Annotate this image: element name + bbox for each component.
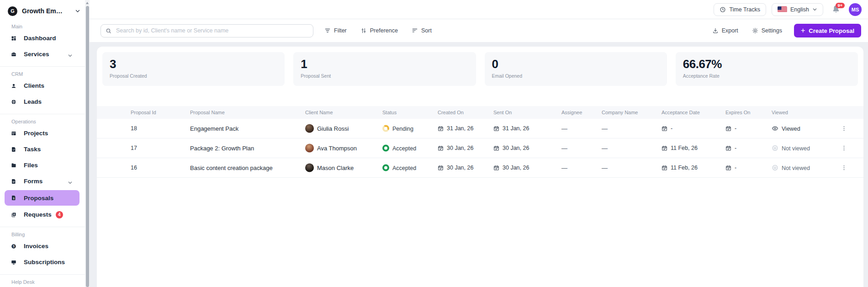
- client-avatar: [305, 144, 314, 153]
- user-avatar[interactable]: MS: [849, 3, 862, 16]
- cell-sent-on: 31 Jan, 26: [493, 125, 529, 132]
- status-accepted-icon: [382, 165, 389, 171]
- proposals-icon: $: [11, 195, 16, 201]
- row-menu-button[interactable]: [841, 165, 847, 171]
- calendar-icon: [725, 126, 731, 132]
- column-header-expires: Expires On: [725, 110, 750, 115]
- sidebar-item-subscriptions[interactable]: Subscriptions: [0, 254, 85, 270]
- sidebar-item-requests[interactable]: Requests4: [0, 207, 85, 223]
- create-proposal-button[interactable]: + Create Proposal: [794, 24, 861, 37]
- sidebar-item-label: Projects: [24, 130, 48, 137]
- stat-value: 1: [301, 58, 468, 71]
- calendar-icon: [438, 165, 444, 171]
- cell-proposal-id: 16: [131, 165, 137, 171]
- column-header-client: Client Name: [305, 110, 333, 115]
- table-row[interactable]: 16Basic content creation packageMason Cl…: [97, 158, 863, 178]
- cell-sent-on: 30 Jan, 26: [493, 145, 529, 151]
- settings-label: Settings: [762, 27, 782, 34]
- language-selector[interactable]: English: [772, 3, 823, 16]
- sidebar-item-proposals[interactable]: $Proposals: [5, 190, 79, 206]
- calendar-icon: [438, 126, 444, 132]
- stats-row: 3 Proposal Created 1 Proposal Sent 0 Ema…: [97, 47, 863, 86]
- sort-button[interactable]: Sort: [412, 27, 432, 34]
- settings-button[interactable]: Settings: [752, 27, 782, 34]
- bell-icon: [831, 7, 841, 15]
- scroll-up-arrow-icon[interactable]: [86, 2, 89, 4]
- sidebar-item-dashboard[interactable]: Dashboard: [0, 30, 85, 46]
- sidebar-item-label: Requests: [24, 211, 52, 218]
- create-proposal-label: Create Proposal: [809, 27, 854, 34]
- workspace-switcher[interactable]: G Growth Empi...: [0, 3, 85, 19]
- app-name: Growth Empi...: [22, 7, 66, 15]
- stat-card-email-opened: 0 Email Opened: [485, 52, 667, 86]
- column-header-id: Proposal Id: [131, 110, 156, 115]
- sidebar-item-invoices[interactable]: $Invoices: [0, 238, 85, 254]
- cell-viewed: Not viewed: [772, 165, 810, 171]
- cell-actions: [841, 145, 847, 152]
- client-avatar: [305, 164, 314, 172]
- sidebar-scrollbar-thumb[interactable]: [86, 6, 89, 287]
- preference-label: Preference: [370, 27, 398, 34]
- eye-off-icon: [772, 165, 778, 171]
- sidebar-scrollbar[interactable]: [85, 0, 90, 287]
- cell-acceptance-date: 11 Feb, 26: [662, 145, 698, 151]
- chevron-down-icon: [75, 8, 80, 14]
- cell-actions: [841, 125, 847, 132]
- preference-button[interactable]: Preference: [360, 27, 398, 34]
- content-area: 3 Proposal Created 1 Proposal Sent 0 Ema…: [90, 42, 868, 287]
- toolbar: Filter Preference Sort Export Settings +…: [90, 19, 868, 42]
- svg-text:$: $: [13, 244, 15, 248]
- sidebar-item-label: Proposals: [24, 195, 53, 202]
- sidebar-item-projects[interactable]: Projects: [0, 125, 85, 141]
- stat-card-proposal-sent: 1 Proposal Sent: [293, 52, 476, 86]
- plus-icon: +: [801, 27, 805, 34]
- table-row[interactable]: 18Engagement PackGiulia RossiPending31 J…: [97, 119, 863, 138]
- cell-proposal-name[interactable]: Basic content creation package: [190, 165, 273, 171]
- cell-created-on: 30 Jan, 26: [438, 145, 473, 151]
- column-header-company: Company Name: [602, 110, 638, 115]
- search-input[interactable]: [115, 27, 308, 34]
- files-icon: [11, 163, 16, 168]
- sidebar-item-files[interactable]: Files: [0, 157, 85, 173]
- filter-button[interactable]: Filter: [324, 27, 347, 34]
- status-pending-icon: [382, 125, 389, 132]
- row-menu-button[interactable]: [841, 145, 847, 152]
- cell-client-name: Ava Thompson: [305, 144, 357, 153]
- status-accepted-icon: [382, 145, 389, 152]
- sidebar-item-label: Leads: [24, 98, 42, 105]
- row-menu-button[interactable]: [841, 125, 847, 132]
- invoices-icon: $: [11, 244, 16, 249]
- stat-label: Acceptance Rate: [683, 73, 851, 79]
- cell-acceptance-date: 11 Feb, 26: [662, 165, 698, 171]
- calendar-icon: [725, 165, 731, 171]
- time-tracks-button[interactable]: Time Tracks: [714, 3, 766, 16]
- us-flag-icon: [778, 6, 787, 12]
- table-row[interactable]: 17Package 2: Growth PlanAva ThompsonAcce…: [97, 138, 863, 158]
- sidebar-item-clients[interactable]: Clients: [0, 78, 85, 94]
- cell-company-name: —: [602, 145, 608, 152]
- export-button[interactable]: Export: [712, 27, 738, 34]
- sidebar-divider: [0, 66, 85, 67]
- calendar-icon: [493, 126, 499, 132]
- dashboard-icon: [11, 36, 16, 41]
- sidebar-item-forms[interactable]: Forms: [0, 173, 85, 189]
- cell-proposal-name[interactable]: Package 2: Growth Plan: [190, 145, 254, 152]
- chevron-down-icon: [68, 179, 73, 184]
- cell-proposal-name[interactable]: Engagement Pack: [190, 125, 238, 132]
- notifications-button[interactable]: 9+: [831, 5, 841, 15]
- language-label: English: [790, 6, 809, 13]
- column-header-status: Status: [382, 110, 397, 115]
- topbar: Time Tracks English 9+ MS: [90, 0, 868, 19]
- search-icon: [106, 28, 111, 34]
- sidebar-item-tasks[interactable]: Tasks: [0, 141, 85, 157]
- user-icon: [11, 83, 16, 89]
- calendar-icon: [725, 145, 731, 151]
- app-logo: G: [8, 6, 17, 16]
- sidebar-item-leads[interactable]: Leads: [0, 94, 85, 110]
- cell-client-name: Mason Clarke: [305, 164, 354, 172]
- stat-value: 0: [492, 58, 660, 71]
- requests-icon: [11, 212, 16, 218]
- cell-proposal-id: 18: [131, 125, 137, 132]
- column-header-assignee: Assignee: [561, 110, 582, 115]
- sidebar-item-services[interactable]: Services: [0, 46, 85, 62]
